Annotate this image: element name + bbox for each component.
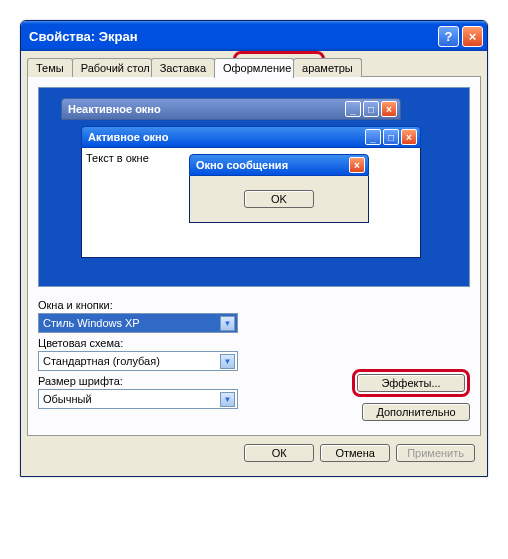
display-properties-window: Свойства: Экран ? × Темы Рабочий стол За…: [20, 20, 488, 477]
preview-msgbox-titlebar: Окно сообщения ×: [189, 154, 369, 176]
preview-message-box: Окно сообщения × OK: [189, 154, 369, 223]
ok-button[interactable]: ОК: [244, 444, 314, 462]
dialog-button-row: ОК Отмена Применить: [27, 436, 481, 470]
color-scheme-label: Цветовая схема:: [38, 337, 470, 349]
preview-active-titlebar: Активное окно _ □ ×: [81, 126, 421, 148]
preview-min-icon: _: [365, 129, 381, 145]
highlight-effects-button: Эффекты...: [352, 369, 470, 397]
windows-buttons-row: Окна и кнопки: Стиль Windows XP ▼: [38, 299, 470, 333]
windows-buttons-value: Стиль Windows XP: [43, 317, 220, 329]
chevron-down-icon: ▼: [220, 392, 235, 407]
cancel-button[interactable]: Отмена: [320, 444, 390, 462]
preview-inactive-titlebar: Неактивное окно _ □ ×: [61, 98, 401, 120]
preview-msgbox-ok-button: OK: [244, 190, 314, 208]
preview-msgbox-body: OK: [189, 176, 369, 223]
window-title: Свойства: Экран: [29, 29, 435, 44]
tab-themes[interactable]: Темы: [27, 58, 73, 77]
windows-buttons-label: Окна и кнопки:: [38, 299, 470, 311]
chevron-down-icon: ▼: [220, 354, 235, 369]
tab-desktop[interactable]: Рабочий стол: [72, 58, 152, 77]
font-size-value: Обычный: [43, 393, 220, 405]
appearance-preview: Неактивное окно _ □ × Активное окно _ □ …: [38, 87, 470, 287]
color-scheme-combo[interactable]: Стандартная (голубая) ▼: [38, 351, 238, 371]
tab-settings[interactable]: араметры: [293, 58, 362, 77]
preview-close-icon: ×: [401, 129, 417, 145]
preview-max-icon: □: [363, 101, 379, 117]
color-scheme-value: Стандартная (голубая): [43, 355, 220, 367]
tab-screensaver[interactable]: Заставка: [151, 58, 215, 77]
preview-min-icon: _: [345, 101, 361, 117]
tab-appearance[interactable]: Оформление: [214, 58, 294, 78]
advanced-button[interactable]: Дополнительно: [362, 403, 470, 421]
windows-buttons-combo[interactable]: Стиль Windows XP ▼: [38, 313, 238, 333]
right-button-group: Эффекты... Дополнительно: [352, 369, 470, 421]
color-scheme-row: Цветовая схема: Стандартная (голубая) ▼: [38, 337, 470, 371]
window-titlebar[interactable]: Свойства: Экран ? ×: [21, 21, 487, 51]
preview-inactive-window: Неактивное окно _ □ ×: [61, 98, 401, 120]
tab-strip: Темы Рабочий стол Заставка Оформление ар…: [27, 58, 481, 77]
effects-button[interactable]: Эффекты...: [357, 374, 465, 392]
window-content: Темы Рабочий стол Заставка Оформление ар…: [21, 51, 487, 476]
font-size-combo[interactable]: Обычный ▼: [38, 389, 238, 409]
preview-close-icon: ×: [349, 157, 365, 173]
preview-max-icon: □: [383, 129, 399, 145]
chevron-down-icon: ▼: [220, 316, 235, 331]
preview-close-icon: ×: [381, 101, 397, 117]
apply-button[interactable]: Применить: [396, 444, 475, 462]
help-button[interactable]: ?: [438, 26, 459, 47]
appearance-panel: Неактивное окно _ □ × Активное окно _ □ …: [27, 76, 481, 436]
close-button[interactable]: ×: [462, 26, 483, 47]
